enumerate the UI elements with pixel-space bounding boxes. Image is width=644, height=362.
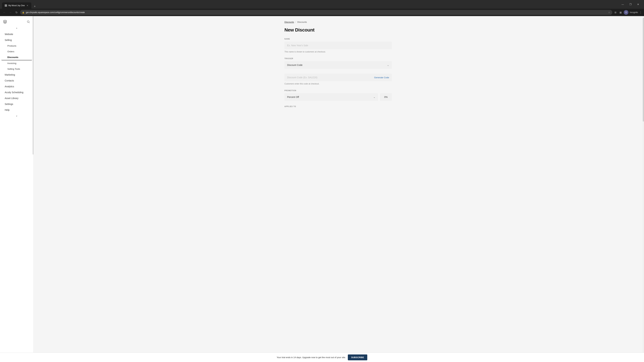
sidebar-item-marketing[interactable]: Marketing: [1, 72, 32, 78]
breadcrumb-discounts[interactable]: Discounts: [284, 21, 294, 23]
discount-code-section: Generate Code Customers enter this code …: [284, 73, 392, 85]
percent-input[interactable]: [380, 93, 392, 101]
content-area: Discounts / Discounts New Discount NAME …: [34, 16, 643, 362]
promotion-select[interactable]: Percent Off Fixed Amount Off Free Shippi…: [284, 93, 378, 101]
trigger-label: TRIGGER: [284, 58, 392, 59]
address-text: gar-chrysalis.squarespace.com/config/com…: [26, 11, 607, 13]
promotion-section: PROMOTION Percent Off Fixed Amount Off F…: [284, 90, 392, 101]
sidebar-item-discounts[interactable]: Discounts: [1, 54, 32, 60]
tab-favicon: [5, 4, 7, 7]
breadcrumb-separator: /: [295, 21, 296, 23]
sidebar-item-website[interactable]: Website: [1, 31, 32, 37]
generate-code-button[interactable]: Generate Code: [374, 76, 389, 79]
incognito-label: Incognito: [630, 11, 638, 13]
window-controls: — ❐ ✕: [619, 2, 642, 7]
breadcrumb: Discounts / Discounts: [284, 21, 392, 23]
page-title: New Discount: [284, 27, 392, 33]
squarespace-logo[interactable]: [3, 19, 8, 24]
sidebar-scrollbar: [33, 16, 33, 362]
minimize-button[interactable]: —: [619, 2, 626, 7]
applies-to-label: APPLIES TO: [284, 106, 392, 107]
name-input[interactable]: [284, 41, 392, 49]
back-button[interactable]: ←: [2, 10, 7, 15]
browser-menu-icon[interactable]: ⋮: [639, 11, 642, 14]
browser-chrome: My Mood Joy One ✕ + — ❐ ✕: [0, 0, 644, 9]
bookmark-icon[interactable]: ☆: [608, 11, 610, 14]
new-tab-button[interactable]: +: [32, 4, 37, 9]
sidebar-toggle-icon[interactable]: ▦: [619, 10, 622, 14]
address-bar[interactable]: 🔒 gar-chrysalis.squarespace.com/config/c…: [20, 10, 612, 15]
tab-close-button[interactable]: ✕: [26, 4, 29, 7]
close-button[interactable]: ✕: [634, 2, 642, 7]
content-inner: Discounts / Discounts New Discount NAME …: [278, 16, 398, 125]
profile-avatar[interactable]: G: [624, 10, 628, 15]
sidebar-item-selling-tools[interactable]: Selling Tools: [1, 66, 32, 72]
browser-tabs: My Mood Joy One ✕ +: [2, 0, 37, 9]
scrollbar-thumb: [643, 18, 644, 121]
restore-button[interactable]: ❐: [626, 2, 634, 7]
active-tab[interactable]: My Mood Joy One ✕: [2, 2, 31, 9]
reload-button[interactable]: ↻: [14, 10, 19, 15]
sidebar-item-selling[interactable]: Selling: [1, 37, 32, 43]
promotion-label: PROMOTION: [284, 90, 392, 91]
subscribe-button[interactable]: SUBSCRIBE: [348, 355, 368, 360]
sidebar-item-asset-library[interactable]: Asset Library: [1, 95, 32, 101]
applies-to-section: APPLIES TO: [284, 106, 392, 107]
search-button[interactable]: [26, 19, 31, 24]
scroll-down-indicator[interactable]: ▼: [0, 114, 33, 118]
trigger-section: TRIGGER Discount Code Automatic ⌄: [284, 58, 392, 69]
sidebar-item-acuity[interactable]: Acuity Scheduling: [1, 89, 32, 95]
promotion-select-wrapper: Percent Off Fixed Amount Off Free Shippi…: [284, 93, 378, 101]
name-hint: This name is shown to customers at check…: [284, 51, 392, 53]
trial-bar: Your trial ends in 14 days. Upgrade now …: [0, 353, 644, 362]
sidebar-item-help[interactable]: Help: [1, 107, 32, 113]
sidebar: ▲ Website Selling Products Orders Discou…: [0, 16, 34, 362]
app-layout: ▲ Website Selling Products Orders Discou…: [0, 16, 644, 362]
sidebar-scrollbar-thumb: [33, 16, 33, 155]
sidebar-item-invoicing[interactable]: Invoicing: [1, 60, 32, 66]
name-section: NAME This name is shown to customers at …: [284, 38, 392, 53]
sidebar-nav: Website Selling Products Orders Discount…: [0, 30, 33, 114]
sidebar-item-orders[interactable]: Orders: [1, 49, 32, 54]
scroll-up-indicator: ▲: [0, 26, 33, 30]
trigger-select[interactable]: Discount Code Automatic: [284, 61, 392, 69]
sidebar-item-settings[interactable]: Settings: [1, 101, 32, 107]
discount-code-row: Generate Code: [284, 73, 392, 81]
profile-area: G Incognito: [624, 10, 638, 15]
code-hint: Customers enter this code at checkout.: [284, 83, 392, 85]
sidebar-item-contacts[interactable]: Contacts: [1, 78, 32, 83]
trigger-select-wrapper: Discount Code Automatic ⌄: [284, 61, 392, 69]
promotion-row: Percent Off Fixed Amount Off Free Shippi…: [284, 93, 392, 101]
lock-icon: 🔒: [22, 11, 24, 13]
trial-text: Your trial ends in 14 days. Upgrade now …: [277, 356, 346, 359]
tab-title: My Mood Joy One: [8, 4, 25, 7]
name-label: NAME: [284, 38, 392, 40]
sidebar-item-products[interactable]: Products: [1, 43, 32, 49]
nav-bar: ← → ↻ 🔒 gar-chrysalis.squarespace.com/co…: [0, 9, 644, 16]
breadcrumb-discounts-2: Discounts: [297, 21, 307, 23]
sidebar-top: [0, 16, 33, 26]
right-scrollbar[interactable]: [643, 16, 644, 362]
extension-icon[interactable]: ⊞: [614, 10, 617, 14]
svg-line-1: [29, 22, 30, 23]
forward-button[interactable]: →: [8, 10, 13, 15]
sidebar-item-analytics[interactable]: Analytics: [1, 84, 32, 89]
